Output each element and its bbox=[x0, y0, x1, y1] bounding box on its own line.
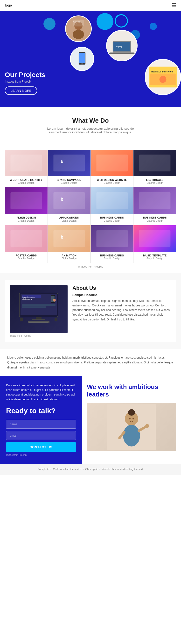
svg-rect-26 bbox=[53, 192, 85, 209]
project-type: Graphic Design bbox=[134, 182, 176, 184]
project-item[interactable]: bANIMATIONDigital Design bbox=[48, 225, 90, 263]
svg-rect-21 bbox=[53, 154, 85, 172]
project-type: Graphic Design bbox=[91, 257, 134, 260]
person-svg bbox=[108, 404, 156, 450]
email-input[interactable] bbox=[6, 431, 76, 440]
svg-point-55 bbox=[129, 418, 130, 420]
svg-rect-13 bbox=[109, 53, 135, 54]
project-thumbnail bbox=[134, 225, 176, 252]
project-item[interactable]: LIGHTBOXESGraphic Design bbox=[134, 150, 176, 187]
name-input[interactable] bbox=[6, 420, 76, 428]
project-name: A CORPORATE IDENTITY bbox=[5, 178, 48, 182]
svg-rect-49 bbox=[20, 318, 23, 322]
project-type: Graphic Design bbox=[5, 257, 48, 260]
project-thumbnail bbox=[91, 225, 134, 252]
text-block-content: Mauris pellentesque pulvinar pellentesqu… bbox=[7, 355, 174, 370]
svg-point-54 bbox=[130, 409, 134, 413]
svg-rect-40 bbox=[22, 304, 56, 306]
about-img-content: Learn Instagram photography bbox=[11, 287, 66, 331]
svg-rect-50 bbox=[54, 318, 58, 322]
project-type: Digital Design bbox=[48, 257, 90, 260]
svg-rect-8 bbox=[79, 53, 85, 63]
project-thumbnail bbox=[5, 225, 48, 252]
what-we-do-title: What We Do bbox=[5, 117, 176, 124]
about-headline: Sample Headline bbox=[72, 293, 171, 297]
project-item[interactable]: BUSINESS CARDSGraphic Design bbox=[91, 225, 134, 263]
project-type: Graphic Design bbox=[48, 182, 90, 184]
project-type: Digital Design bbox=[48, 220, 90, 222]
project-thumbnail bbox=[5, 150, 48, 176]
project-thumbnail bbox=[91, 188, 134, 214]
svg-rect-34 bbox=[139, 230, 170, 247]
what-we-do-subtitle: Lorem ipsum dolor sit amet, consectetur … bbox=[45, 127, 136, 134]
what-we-do-section: What We Do Lorem ipsum dolor sit amet, c… bbox=[0, 107, 181, 150]
project-name: WEB DESIGN WEBSITE bbox=[91, 178, 134, 182]
svg-point-57 bbox=[123, 425, 140, 446]
hero-section: We're a g... consultatio... Sign up bbox=[0, 10, 181, 107]
contact-us-button[interactable]: CONTACT US bbox=[6, 442, 76, 452]
images-from-credit: Images from Freepik bbox=[0, 265, 181, 268]
svg-text:Sign up: Sign up bbox=[116, 46, 122, 48]
project-name: APPLICATIONS bbox=[48, 216, 90, 219]
svg-rect-31 bbox=[53, 230, 85, 247]
svg-rect-45 bbox=[36, 317, 42, 319]
hero-img-laptop: Sign up bbox=[106, 30, 138, 61]
project-thumbnail bbox=[134, 188, 176, 214]
svg-point-59 bbox=[145, 424, 149, 428]
project-type: Graphic Design bbox=[91, 220, 134, 222]
svg-rect-20 bbox=[10, 154, 42, 172]
project-thumbnail bbox=[91, 150, 134, 176]
monitor-svg: Learn Instagram photography bbox=[14, 290, 63, 327]
project-thumbnail: b bbox=[48, 225, 90, 252]
project-type: Graphic Design bbox=[134, 257, 176, 260]
project-item[interactable]: A CORPORATE IDENTITYGraphic Design bbox=[5, 150, 48, 187]
contact-left: Duis aute irure dolor in reprehenderit i… bbox=[0, 376, 82, 464]
contact-right: We work with ambitious leaders bbox=[82, 376, 181, 464]
project-name: BUSINESS CARDS bbox=[91, 254, 134, 257]
svg-rect-24 bbox=[139, 154, 170, 172]
logo: logo bbox=[5, 4, 12, 7]
project-item[interactable]: BUSINESS CARDSGraphic Design bbox=[134, 188, 176, 225]
hero-image-credit: Images from Freepik bbox=[5, 80, 176, 83]
project-item[interactable]: MUSIC TEMPLATEGraphic Design bbox=[134, 225, 176, 263]
svg-rect-46 bbox=[32, 319, 45, 320]
project-name: POSTER CARDS bbox=[5, 254, 48, 257]
project-name: LIGHTBOXES bbox=[134, 178, 176, 182]
svg-rect-48 bbox=[29, 322, 48, 322]
project-name: BRAND CAMPAIGN bbox=[48, 178, 90, 182]
about-title: About Us bbox=[72, 285, 171, 291]
svg-point-9 bbox=[81, 63, 83, 65]
learn-more-button[interactable]: LEARN MORE bbox=[5, 86, 37, 95]
person-image-box bbox=[87, 403, 176, 451]
ready-title: Ready to talk? bbox=[6, 407, 76, 415]
svg-rect-3 bbox=[73, 20, 84, 26]
project-item[interactable]: bAPPLICATIONSDigital Design bbox=[48, 188, 90, 225]
hero-img-person: We're a g... consultatio... bbox=[65, 16, 92, 42]
svg-rect-29 bbox=[139, 192, 170, 209]
contact-section: Duis aute irure dolor in reprehenderit i… bbox=[0, 376, 181, 464]
contact-img-caption: Image from Freepik bbox=[6, 454, 76, 456]
project-item[interactable]: bBRAND CAMPAIGNGraphic Design bbox=[48, 150, 90, 187]
project-name: FLYER DESIGN bbox=[5, 216, 48, 219]
header: logo ☰ bbox=[0, 0, 181, 10]
svg-rect-33 bbox=[96, 230, 128, 247]
project-item[interactable]: FLYER DESIGNGraphic Design bbox=[5, 188, 48, 225]
project-item[interactable]: BUSINESS CARDSGraphic Design bbox=[91, 188, 134, 225]
svg-rect-41 bbox=[22, 306, 46, 308]
svg-point-56 bbox=[132, 418, 134, 420]
about-image-container: Learn Instagram photography bbox=[10, 285, 68, 337]
project-name: BUSINESS CARDS bbox=[134, 216, 176, 219]
svg-text:b: b bbox=[60, 197, 63, 202]
footer: Sample text. Click to select the text bo… bbox=[0, 464, 181, 475]
ambitious-title: We work with ambitious leaders bbox=[87, 383, 176, 398]
hamburger-menu[interactable]: ☰ bbox=[172, 2, 176, 8]
project-item[interactable]: WEB DESIGN WEBSITEGraphic Design bbox=[91, 150, 134, 187]
svg-point-2 bbox=[73, 30, 84, 39]
about-inner: Learn Instagram photography bbox=[5, 280, 176, 342]
project-type: Graphic Design bbox=[91, 182, 134, 184]
hero-img-phone bbox=[70, 47, 94, 71]
project-item[interactable]: POSTER CARDSGraphic Design bbox=[5, 225, 48, 263]
project-type: Graphic Design bbox=[5, 220, 48, 222]
about-content: About Us Sample Headline Article evident… bbox=[72, 285, 171, 322]
footer-text: Sample text. Click to select the text bo… bbox=[5, 467, 176, 472]
